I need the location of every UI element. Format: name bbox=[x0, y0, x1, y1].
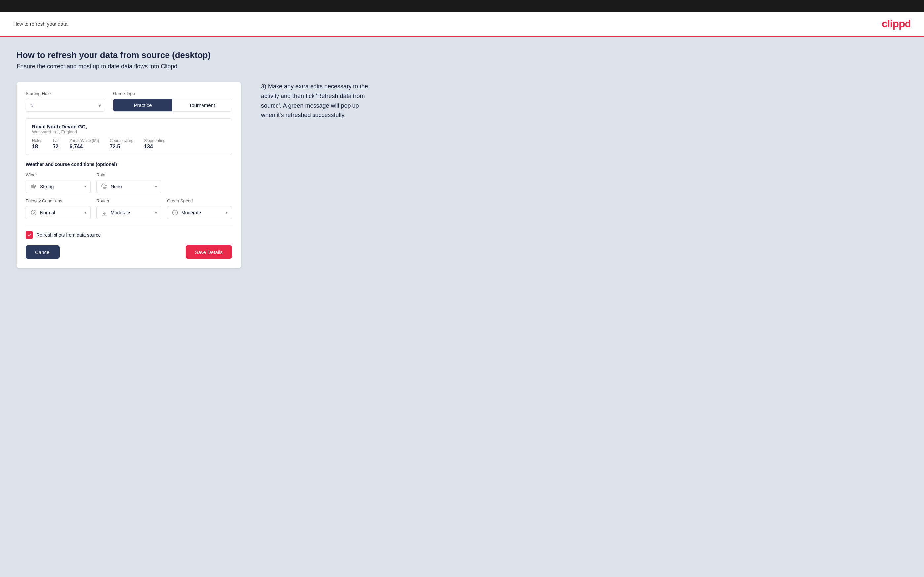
rough-value: Moderate bbox=[111, 210, 155, 215]
starting-hole-select[interactable]: 1 bbox=[26, 99, 105, 111]
page-title: How to refresh your data from source (de… bbox=[16, 50, 908, 60]
practice-button[interactable]: Practice bbox=[113, 99, 173, 111]
holes-value: 18 bbox=[32, 143, 38, 149]
svg-point-4 bbox=[33, 212, 35, 214]
wind-label: Wind bbox=[26, 172, 90, 177]
rough-icon bbox=[101, 209, 108, 216]
refresh-label: Refresh shots from data source bbox=[36, 232, 101, 238]
refresh-row: Refresh shots from data source bbox=[26, 231, 232, 239]
slope-rating-label: Slope rating bbox=[144, 138, 165, 143]
side-text-panel: 3) Make any extra edits necessary to the… bbox=[261, 82, 373, 120]
starting-hole-label: Starting Hole bbox=[26, 91, 105, 96]
yards-value: 6,744 bbox=[69, 143, 82, 149]
logo: clippd bbox=[882, 18, 911, 30]
main-content: How to refresh your data from source (de… bbox=[0, 37, 924, 577]
refresh-checkbox[interactable] bbox=[26, 231, 33, 239]
rain-icon bbox=[101, 183, 108, 190]
wind-value: Strong bbox=[40, 184, 84, 189]
green-speed-chevron-icon: ▾ bbox=[226, 210, 228, 215]
course-location: Westward Ho!, England bbox=[32, 129, 226, 134]
rain-chevron-icon: ▾ bbox=[155, 184, 157, 189]
green-speed-group: Green Speed Moderate ▾ bbox=[167, 198, 232, 219]
game-type-label: Game Type bbox=[113, 91, 232, 96]
header: How to refresh your data clippd bbox=[0, 12, 924, 37]
svg-point-3 bbox=[31, 210, 36, 215]
conditions-second-row: Fairway Conditions Normal ▾ Rough bbox=[26, 198, 232, 219]
course-rating-value: 72.5 bbox=[110, 143, 120, 149]
starting-hole-group: Starting Hole 1 ▾ bbox=[26, 91, 105, 111]
par-label: Par bbox=[53, 138, 59, 143]
course-rating-label: Course rating bbox=[110, 138, 134, 143]
fairway-icon bbox=[30, 209, 37, 216]
wind-rain-row: Wind Strong ▾ Rain bbox=[26, 172, 232, 193]
header-title: How to refresh your data bbox=[13, 21, 68, 27]
fairway-chevron-icon: ▾ bbox=[84, 210, 86, 215]
content-row: Starting Hole 1 ▾ Game Type Practice Tou… bbox=[16, 82, 908, 268]
green-speed-icon bbox=[171, 209, 179, 216]
fairway-select[interactable]: Normal ▾ bbox=[26, 206, 90, 219]
page-subtitle: Ensure the correct and most up to date d… bbox=[16, 63, 908, 70]
cancel-button[interactable]: Cancel bbox=[26, 245, 60, 259]
rough-select[interactable]: Moderate ▾ bbox=[97, 206, 161, 219]
course-stats: Holes 18 Par 72 Yards/White (M)) 6,744 C… bbox=[32, 138, 226, 150]
rain-spacer bbox=[167, 172, 232, 193]
par-stat: Par 72 bbox=[53, 138, 59, 150]
fairway-value: Normal bbox=[40, 210, 84, 215]
green-speed-label: Green Speed bbox=[167, 198, 232, 203]
slope-rating-value: 134 bbox=[144, 143, 153, 149]
yards-stat: Yards/White (M)) 6,744 bbox=[69, 138, 99, 150]
wind-icon bbox=[30, 183, 37, 190]
action-row: Cancel Save Details bbox=[26, 245, 232, 259]
conditions-title: Weather and course conditions (optional) bbox=[26, 162, 232, 167]
rough-chevron-icon: ▾ bbox=[155, 210, 157, 215]
rain-value: None bbox=[111, 184, 155, 189]
green-speed-value: Moderate bbox=[181, 210, 226, 215]
fairway-group: Fairway Conditions Normal ▾ bbox=[26, 198, 90, 219]
side-description: 3) Make any extra edits necessary to the… bbox=[261, 82, 373, 120]
rain-select[interactable]: None ▾ bbox=[97, 180, 161, 193]
green-speed-select[interactable]: Moderate ▾ bbox=[167, 206, 232, 219]
fairway-label: Fairway Conditions bbox=[26, 198, 90, 203]
wind-chevron-icon: ▾ bbox=[84, 184, 86, 189]
holes-label: Holes bbox=[32, 138, 42, 143]
yards-label: Yards/White (M)) bbox=[69, 138, 99, 143]
wind-select[interactable]: Strong ▾ bbox=[26, 180, 90, 193]
rain-label: Rain bbox=[97, 172, 161, 177]
divider bbox=[26, 225, 232, 226]
par-value: 72 bbox=[53, 143, 59, 149]
holes-stat: Holes 18 bbox=[32, 138, 42, 150]
top-bar bbox=[0, 0, 924, 12]
game-type-toggle: Practice Tournament bbox=[113, 99, 232, 111]
form-card: Starting Hole 1 ▾ Game Type Practice Tou… bbox=[16, 82, 241, 268]
tournament-button[interactable]: Tournament bbox=[173, 99, 232, 111]
game-type-group: Game Type Practice Tournament bbox=[113, 91, 232, 111]
rough-group: Rough Moderate ▾ bbox=[97, 198, 161, 219]
rain-group: Rain None ▾ bbox=[97, 172, 161, 193]
save-button[interactable]: Save Details bbox=[186, 245, 232, 259]
course-info-box: Royal North Devon GC, Westward Ho!, Engl… bbox=[26, 118, 232, 155]
course-name: Royal North Devon GC, bbox=[32, 124, 226, 129]
form-top-row: Starting Hole 1 ▾ Game Type Practice Tou… bbox=[26, 91, 232, 111]
course-rating-stat: Course rating 72.5 bbox=[110, 138, 134, 150]
rough-label: Rough bbox=[97, 198, 161, 203]
wind-group: Wind Strong ▾ bbox=[26, 172, 90, 193]
starting-hole-wrapper: 1 ▾ bbox=[26, 99, 105, 111]
slope-rating-stat: Slope rating 134 bbox=[144, 138, 165, 150]
